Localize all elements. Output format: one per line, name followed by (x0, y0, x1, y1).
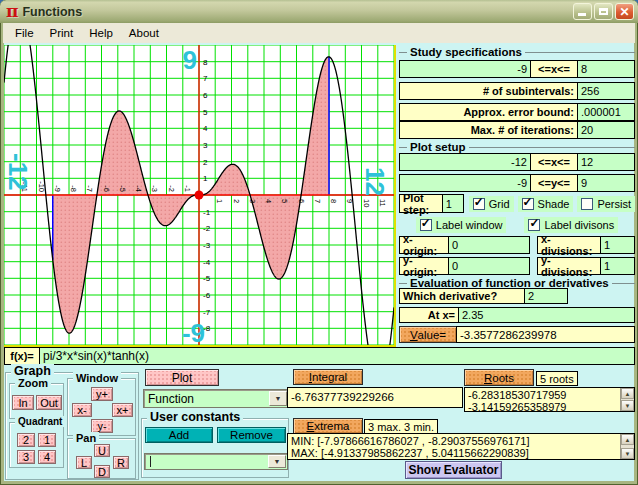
grid-checkbox-box[interactable]: ✓ (473, 198, 485, 210)
zoom-out-button[interactable]: Out (36, 395, 62, 410)
dropdown-arrow-icon[interactable]: ▼ (269, 391, 287, 406)
maximize-button[interactable] (594, 3, 613, 20)
scroll-down-icon[interactable]: ▼ (621, 400, 634, 411)
shade-checkbox[interactable]: ✓ Shade (518, 196, 574, 212)
shade-checkbox-box[interactable]: ✓ (522, 198, 534, 210)
label-divisons-checkbox-box[interactable]: ✓ (528, 219, 540, 231)
minimize-button[interactable] (573, 3, 592, 20)
scroll-up-icon[interactable]: ▲ (621, 388, 634, 399)
svg-text:10: 10 (362, 199, 371, 207)
title-bar[interactable]: π Functions ✕ (0, 0, 638, 23)
grid-checkbox[interactable]: ✓ Grid (469, 196, 514, 212)
value-output: -3.3577286239978 (456, 326, 635, 343)
svg-text:2: 2 (232, 199, 241, 203)
iterations-label: Max. # of iterations: (399, 121, 578, 139)
zoom-frame-label: Zoom (15, 377, 51, 389)
pan-frame: Pan U L R D (67, 438, 136, 479)
study-xmin-input[interactable]: -9 (399, 60, 531, 78)
value-row: Value= -3.3577286239978 (399, 326, 635, 343)
menu-help[interactable]: Help (81, 25, 121, 41)
plot-ymax-input[interactable]: 9 (577, 174, 635, 192)
close-button[interactable]: ✕ (615, 3, 634, 20)
y-origin-label: y-origin: (399, 257, 449, 275)
pan-up-button[interactable]: U (94, 444, 110, 457)
function-select[interactable]: Function ▼ (143, 389, 289, 408)
plot-xmin-input[interactable]: -12 (399, 153, 531, 171)
plot-ymin-input[interactable]: -9 (399, 174, 531, 192)
label-window-checkbox[interactable]: ✓ Label window (416, 217, 507, 233)
roots-button[interactable]: Roots (464, 369, 534, 386)
extrema-scrollbar[interactable]: ▲ ▼ (620, 434, 634, 459)
integral-button[interactable]: Integral (293, 369, 363, 385)
roots-count-badge: 5 roots (536, 371, 578, 386)
x-divisions-label: x-divisions: (537, 236, 601, 254)
label-window-checkbox-box[interactable]: ✓ (420, 219, 432, 231)
window-y-plus-button[interactable]: y+ (91, 387, 113, 401)
graph-groupbox-label: Graph (11, 364, 54, 378)
persist-checkbox-box[interactable]: ✓ (581, 198, 593, 210)
quadrant-2-button[interactable]: 2 (17, 433, 35, 447)
svg-text:6: 6 (297, 199, 306, 203)
svg-text:4: 4 (203, 124, 208, 133)
quadrant-4-button[interactable]: 4 (38, 450, 56, 464)
menu-about[interactable]: About (121, 25, 167, 41)
window-x-minus-button[interactable]: x- (72, 403, 92, 417)
error-bound-input[interactable]: .000001 (577, 103, 635, 121)
remove-constant-button[interactable]: Remove (217, 427, 286, 443)
scroll-up-icon[interactable]: ▲ (621, 434, 634, 445)
function-plot[interactable]: -11-10-9-8-7-6-5-4-3-2-11234567891011-8-… (4, 45, 396, 347)
plot-button[interactable]: Plot (145, 369, 219, 386)
window-y-minus-button[interactable]: y- (91, 419, 113, 433)
svg-text:-3: -3 (203, 241, 211, 250)
scroll-down-icon[interactable]: ▼ (621, 448, 634, 459)
value-button[interactable]: Value= (399, 326, 457, 343)
at-x-label: At x= (399, 307, 459, 323)
study-specifications-header: Study specifications (399, 46, 635, 58)
user-constants-select[interactable]: ▼ (144, 453, 288, 470)
quadrant-3-button[interactable]: 3 (17, 450, 35, 464)
persist-checkbox[interactable]: ✓ Persist (577, 196, 635, 212)
add-constant-button[interactable]: Add (145, 427, 213, 443)
which-derivative-input[interactable]: 2 (524, 288, 568, 304)
x-origin-input[interactable]: 0 (448, 236, 530, 254)
subintervals-input[interactable]: 256 (577, 82, 635, 100)
show-evaluator-button[interactable]: Show Evaluator (405, 461, 502, 479)
plot-svg[interactable]: -11-10-9-8-7-6-5-4-3-2-11234567891011-8-… (4, 45, 394, 345)
pan-left-button[interactable]: L (76, 456, 92, 469)
formula-bar: f(x)= pi/3*x*sin(x)*tanh(x) (4, 347, 635, 365)
y-origin-input[interactable]: 0 (448, 257, 530, 275)
svg-text:-3: -3 (150, 185, 159, 192)
y-divisions-label: y-divisions: (537, 257, 601, 275)
plot-step-label: Plot step: (399, 194, 443, 213)
integral-output: -6.76377739229266 (287, 387, 463, 408)
menu-file[interactable]: File (7, 25, 42, 41)
iterations-row: Max. # of iterations: 20 (399, 121, 635, 139)
iterations-input[interactable]: 20 (577, 121, 635, 139)
root-item: -3.14159265358979 (468, 401, 620, 412)
window-x-plus-button[interactable]: x+ (112, 403, 133, 417)
plot-x-relation-label: <=x<= (530, 153, 578, 171)
extrema-list: MIN: [-7.97866616786027 , -8.29037556976… (287, 433, 635, 460)
subintervals-row: # of subintervals: 256 (399, 82, 635, 100)
formula-input[interactable]: pi/3*x*sin(x)*tanh(x) (39, 347, 635, 365)
dropdown-arrow-icon[interactable]: ▼ (268, 455, 286, 468)
zoom-in-button[interactable]: In (12, 395, 34, 410)
extrema-button[interactable]: Extrema (293, 418, 363, 434)
label-divisons-checkbox[interactable]: ✓ Label divisons (524, 217, 618, 233)
pan-down-button[interactable]: D (94, 465, 110, 478)
at-x-input[interactable]: 2.35 (458, 307, 635, 323)
y-divisions-input[interactable]: 1 (600, 257, 635, 275)
plot-xmax-input[interactable]: 12 (577, 153, 635, 171)
plot-step-input[interactable]: 1 (442, 194, 464, 213)
svg-text:-2: -2 (167, 185, 176, 192)
roots-scrollbar[interactable]: ▲ ▼ (620, 388, 634, 411)
study-xmax-input[interactable]: 8 (577, 60, 635, 78)
error-bound-row: Approx. error bound: .000001 (399, 103, 635, 121)
menu-print[interactable]: Print (42, 25, 82, 41)
which-derivative-row: Which derivative? 2 (399, 288, 635, 304)
quadrant-1-button[interactable]: 1 (38, 433, 56, 447)
label-options-row: ✓ Label window ✓ Label divisons (399, 217, 635, 233)
pan-right-button[interactable]: R (113, 456, 129, 469)
plot-x-range-row: -12 <=x<= 12 (399, 153, 635, 171)
x-divisions-input[interactable]: 1 (600, 236, 635, 254)
